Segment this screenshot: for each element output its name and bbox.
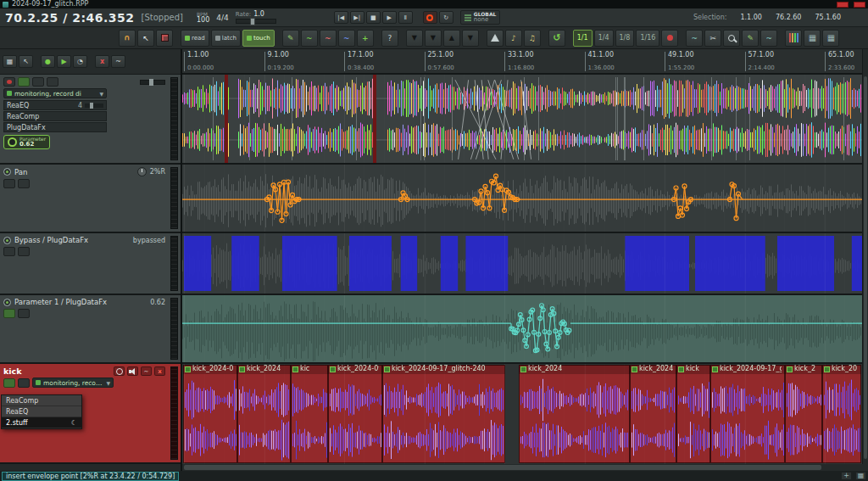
add-envelope-button[interactable]: +: [357, 30, 374, 47]
record-arm-button[interactable]: [3, 77, 15, 87]
global-automation-button[interactable]: GLOBAL none: [460, 10, 501, 25]
help-button[interactable]: ?: [381, 30, 398, 47]
cursor-mini-button[interactable]: ↖: [19, 55, 33, 68]
timesig-value[interactable]: 4/4: [216, 14, 228, 22]
record-mode-dropdown[interactable]: monitoring, record di ▼: [32, 378, 114, 388]
envelope-active-button[interactable]: [3, 168, 11, 176]
read-mini-button[interactable]: ▶: [57, 55, 71, 68]
time-display[interactable]: 70.2.25 / 2:46.352: [5, 11, 135, 25]
lane-bypass-envelope[interactable]: [182, 233, 862, 295]
marker-down-button-1[interactable]: ▼: [406, 30, 423, 47]
envelope-active-button[interactable]: [3, 237, 11, 244]
envelope-draw-button[interactable]: ✎: [282, 30, 299, 47]
tempo-note-button[interactable]: ♪: [505, 30, 522, 47]
alert-badge[interactable]: [837, 2, 849, 8]
grid-view-button[interactable]: ▦: [855, 472, 866, 480]
monitor-speaker-button[interactable]: [127, 366, 138, 376]
selection-start[interactable]: 1.1.00: [740, 14, 761, 21]
sync-note-button[interactable]: ♫: [524, 30, 541, 47]
selection-end[interactable]: 76.2.60: [776, 14, 802, 21]
bpm-value[interactable]: 100: [197, 17, 209, 24]
snap-button[interactable]: ∪: [119, 30, 136, 47]
volume-fader[interactable]: [140, 80, 165, 85]
monitor-b-button[interactable]: ▦: [822, 30, 839, 47]
tcp-envelope-parameter[interactable]: Parameter 1 / PlugDataFx 0.62: [0, 295, 181, 364]
fx-slot-plugdatafx[interactable]: PlugDataFx: [3, 122, 107, 132]
envelope-green-button[interactable]: ~: [301, 30, 318, 47]
media-item-label[interactable]: kick_2024-09-17_glit: [710, 365, 782, 373]
media-item-label[interactable]: kick_20: [822, 365, 860, 373]
tcp-track-kick[interactable]: kick ~ x monitoring, record di ▼: [0, 364, 181, 464]
media-item-label[interactable]: kick_2024: [519, 365, 626, 373]
alert-badge-2[interactable]: [854, 2, 865, 8]
vertical-scrollbar[interactable]: [862, 49, 868, 464]
meter-bars-button[interactable]: [785, 30, 802, 47]
fader-mode-button[interactable]: [3, 179, 15, 188]
phase-button[interactable]: [114, 366, 125, 376]
item-edit-button[interactable]: [156, 30, 173, 47]
envelope-edit-button[interactable]: ✎: [742, 30, 759, 47]
horizontal-scrollbar[interactable]: [182, 464, 868, 471]
monitor-a-button[interactable]: ▦: [804, 30, 821, 47]
pan-knob[interactable]: [137, 167, 147, 176]
knob-mini-button[interactable]: ◔: [73, 55, 87, 68]
bypass-mini-button[interactable]: x: [95, 55, 109, 68]
zoom-in-button[interactable]: +: [841, 472, 852, 480]
media-item-label[interactable]: kick_2024-09-17_glitch-240: [382, 365, 502, 373]
io-button[interactable]: [47, 77, 58, 87]
grid-1-16-button[interactable]: 1/16: [636, 30, 659, 47]
grid-1-8-button[interactable]: 1/8: [615, 30, 635, 47]
selection-display[interactable]: Selection: 1.1.00 76.2.60 75.1.60: [693, 14, 841, 21]
fx-slot-reacomp[interactable]: ReaComp: [3, 111, 107, 121]
automation-touch-button[interactable]: touch: [242, 30, 275, 47]
record-mode-dropdown[interactable]: monitoring, record di ▼: [3, 88, 107, 98]
wave-edit-button[interactable]: ~: [760, 30, 777, 47]
automation-read-button[interactable]: read: [181, 30, 209, 47]
menu-item-reaeq[interactable]: ReaEQ: [2, 406, 81, 417]
timeline-ruler[interactable]: 1.1.000:00.000 9.1.000:19.200 17.1.000:3…: [182, 49, 862, 75]
loop-toggle-button[interactable]: ↺: [548, 30, 565, 47]
envelope-blue-button[interactable]: ~: [338, 30, 355, 47]
mouse-button[interactable]: ↖: [137, 30, 154, 47]
pause-button[interactable]: Ⅱ: [398, 11, 413, 24]
peaks-button[interactable]: ~: [686, 30, 703, 47]
envelope-red-button[interactable]: ~: [320, 30, 337, 47]
vertical-scroll-thumb[interactable]: [864, 76, 867, 459]
parameter-knob-chip[interactable]: Parameter 0.62: [3, 135, 50, 149]
grid-dot-button[interactable]: [661, 30, 678, 47]
pan-mini-button[interactable]: ●: [41, 55, 55, 68]
lane-pan-envelope[interactable]: [182, 165, 862, 233]
env-button[interactable]: ~: [141, 366, 152, 376]
fx-wet-fader[interactable]: [85, 103, 103, 108]
block-mode-button[interactable]: [18, 247, 30, 256]
zoom-tool-button[interactable]: [723, 30, 740, 47]
input-button[interactable]: [3, 378, 15, 388]
rate-slider-thumb[interactable]: [250, 18, 255, 25]
play-button[interactable]: ▶: [382, 11, 397, 24]
marker-up-button[interactable]: ▲: [443, 30, 460, 47]
media-item-label[interactable]: kick_2024: [630, 365, 673, 373]
rate-slider[interactable]: [236, 19, 276, 24]
media-item-label[interactable]: kick_2024-0: [183, 365, 234, 373]
automation-latch-button[interactable]: latch: [211, 30, 241, 47]
grid-1-1-button[interactable]: 1/1: [573, 30, 593, 47]
media-item-label[interactable]: kick: [676, 365, 707, 373]
marker-down-button-2[interactable]: ▼: [425, 30, 442, 47]
block-mode-button[interactable]: [18, 309, 30, 318]
media-item-label[interactable]: kick_2024-09: [328, 365, 379, 373]
horizontal-scroll-thumb[interactable]: [184, 465, 821, 470]
wave-mode-button[interactable]: [3, 309, 15, 318]
arm-button[interactable]: [18, 378, 30, 388]
tcp-track-glitch[interactable]: monitoring, record di ▼ ReaEQ 4 ReaComp …: [0, 75, 181, 165]
envelope-active-button[interactable]: [3, 299, 11, 306]
group-mini-button[interactable]: ▦: [3, 55, 17, 68]
menu-item-stuff[interactable]: 2.stuff ☾: [2, 417, 81, 428]
knob-mode-button[interactable]: [18, 179, 30, 188]
note-mode-button[interactable]: [3, 247, 15, 256]
tcp-envelope-pan[interactable]: Pan 2%R: [0, 165, 181, 233]
media-item-label[interactable]: kick_2: [785, 365, 819, 373]
media-item-label[interactable]: kick_2024: [237, 365, 287, 373]
record-button[interactable]: [423, 11, 437, 24]
fx-button[interactable]: [32, 77, 44, 87]
fx-slot-reaeq[interactable]: ReaEQ 4: [3, 100, 107, 110]
